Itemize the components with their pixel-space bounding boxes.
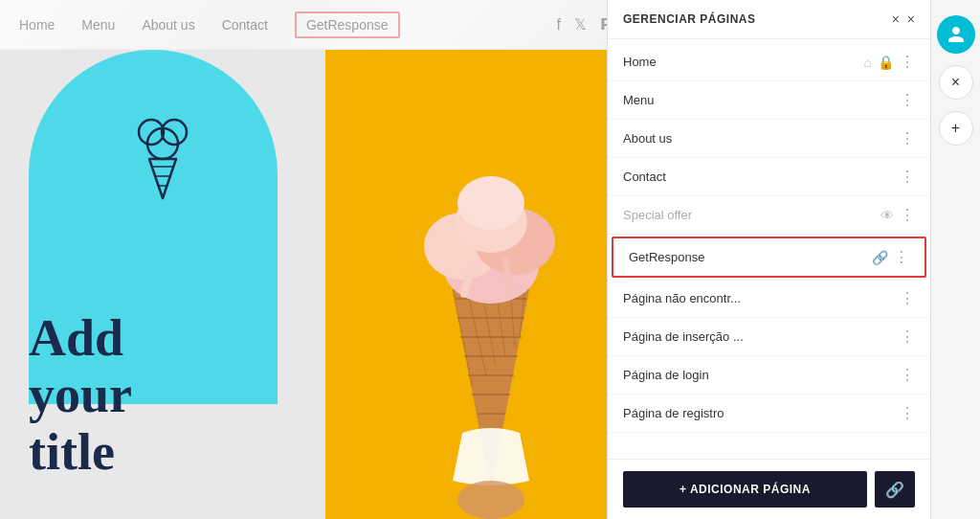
page-item-not-found[interactable]: Página não encontr... ⋮ <box>608 280 930 318</box>
hero-text: Add your title <box>29 310 132 481</box>
page-home-icons: ⌂ 🔒 ⋮ <box>864 53 915 71</box>
add-button[interactable]: + <box>939 111 973 146</box>
page-name-registro: Página de registro <box>623 406 900 420</box>
lock-icon: 🔒 <box>878 55 894 70</box>
ice-cream-photo-art <box>347 79 635 519</box>
svg-point-11 <box>457 481 524 519</box>
more-dots-icon[interactable]: ⋮ <box>900 168 915 186</box>
more-dots-icon[interactable]: ⋮ <box>900 53 915 71</box>
home-icon: ⌂ <box>864 55 872 70</box>
panel-title: GERENCIAR PÁGINAS <box>623 12 756 26</box>
more-dots-icon[interactable]: ⋮ <box>900 129 915 147</box>
panel-header-actions: × × <box>892 11 915 27</box>
page-name-menu: Menu <box>623 93 900 107</box>
pin-icon[interactable]: × <box>892 11 900 27</box>
more-dots-icon[interactable]: ⋮ <box>900 404 915 422</box>
more-dots-icon[interactable]: ⋮ <box>900 289 915 307</box>
page-registro-icons: ⋮ <box>900 404 915 422</box>
right-actions: × + <box>930 0 980 519</box>
side-panel: GERENCIAR PÁGINAS × × Home ⌂ 🔒 ⋮ Menu ⋮ … <box>607 0 930 519</box>
page-name-not-found: Página não encontr... <box>623 291 900 305</box>
page-not-found-icons: ⋮ <box>900 289 915 307</box>
page-item-home[interactable]: Home ⌂ 🔒 ⋮ <box>608 43 930 81</box>
page-name-login: Página de login <box>623 368 900 382</box>
link-icon[interactable]: 🔗 <box>872 250 888 265</box>
page-item-registro[interactable]: Página de registro ⋮ <box>608 395 930 433</box>
more-dots-icon[interactable]: ⋮ <box>900 366 915 384</box>
page-item-getresponse[interactable]: GetResponse 🔗 ⋮ <box>612 237 926 278</box>
website-preview: Home Menu About us Contact GetResponse f… <box>0 0 656 519</box>
close-icon: × <box>951 74 960 91</box>
page-special-offer-icons: 👁 ⋮ <box>880 206 915 224</box>
page-contact-icons: ⋮ <box>900 168 915 186</box>
hero-area: Add your title <box>0 50 656 519</box>
ice-cream-icon <box>124 107 201 213</box>
more-dots-icon[interactable]: ⋮ <box>900 91 915 109</box>
page-item-login[interactable]: Página de login ⋮ <box>608 356 930 395</box>
page-name-insertion: Página de inserção ... <box>623 329 900 344</box>
panel-header: GERENCIAR PÁGINAS × × <box>608 0 930 39</box>
close-button[interactable]: × <box>939 65 973 100</box>
nav-bar: Home Menu About us Contact GetResponse f… <box>0 0 656 50</box>
people-button[interactable] <box>937 15 975 54</box>
page-name-getresponse: GetResponse <box>629 250 872 264</box>
panel-footer: + ADICIONAR PÁGINA 🔗 <box>608 459 930 519</box>
more-dots-icon[interactable]: ⋮ <box>900 327 915 346</box>
close-panel-icon[interactable]: × <box>907 11 915 27</box>
page-insertion-icons: ⋮ <box>900 327 915 346</box>
page-name-home: Home <box>623 55 864 69</box>
page-name-contact: Contact <box>623 169 900 184</box>
eye-slash-icon[interactable]: 👁 <box>880 208 894 223</box>
add-icon: + <box>951 120 960 137</box>
page-item-contact[interactable]: Contact ⋮ <box>608 158 930 196</box>
page-about-icons: ⋮ <box>900 129 915 147</box>
page-name-about: About us <box>623 131 900 146</box>
page-item-special-offer[interactable]: Special offer 👁 ⋮ <box>608 196 930 235</box>
svg-point-10 <box>457 176 524 230</box>
link-button[interactable]: 🔗 <box>875 471 915 508</box>
page-item-about[interactable]: About us ⋮ <box>608 120 930 158</box>
pages-list: Home ⌂ 🔒 ⋮ Menu ⋮ About us ⋮ Contact ⋮ <box>608 39 930 459</box>
page-menu-icons: ⋮ <box>900 91 915 109</box>
page-item-insertion[interactable]: Página de inserção ... ⋮ <box>608 318 930 356</box>
page-name-special-offer: Special offer <box>623 208 880 222</box>
page-item-menu[interactable]: Menu ⋮ <box>608 81 930 120</box>
hero-left: Add your title <box>0 50 325 519</box>
more-dots-icon[interactable]: ⋮ <box>894 248 909 266</box>
more-dots-icon[interactable]: ⋮ <box>900 206 915 224</box>
page-login-icons: ⋮ <box>900 366 915 384</box>
page-getresponse-icons: 🔗 ⋮ <box>872 248 909 266</box>
add-page-button[interactable]: + ADICIONAR PÁGINA <box>623 471 867 508</box>
